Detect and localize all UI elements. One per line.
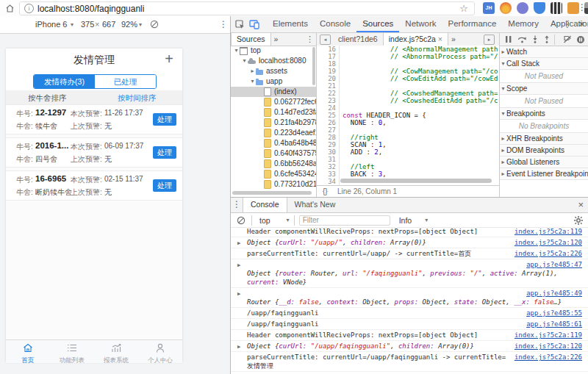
film-extension-icon[interactable] [551, 2, 562, 14]
section-call-stack[interactable]: ▾Call Stack [500, 58, 588, 70]
source-link[interactable]: index.js?5c2a:119 [507, 331, 582, 339]
section-watch[interactable]: ▸Watch [500, 46, 588, 58]
tab-sources[interactable]: Sources [356, 16, 399, 32]
process-button[interactable]: 处理 [153, 179, 176, 192]
source-link[interactable]: app.js?e485:47 [526, 261, 582, 268]
home-icon[interactable] [5, 3, 15, 16]
tab-memory[interactable]: Memory [502, 16, 545, 32]
code-line-28[interactable]: 28 //right [317, 134, 499, 141]
section-dom-breakpoints[interactable]: ▸DOM Breakpoints [500, 145, 588, 157]
source-link[interactable]: app.js?e485:61 [519, 320, 582, 328]
source-link[interactable]: index.js?5c2a:226 [507, 353, 582, 362]
source-link[interactable]: index.js?5c2a:119 [507, 227, 582, 236]
editor-tab-indexjs[interactable]: index.js?5c2a × [383, 33, 448, 46]
deactivate-breakpoints-icon[interactable] [563, 35, 572, 43]
inspect-element-icon[interactable] [235, 18, 245, 30]
tree-item-(index)[interactable]: (index) [231, 87, 316, 97]
globe-extension-icon[interactable] [517, 2, 528, 14]
code-line-29[interactable]: 29 SCAN : 1, [317, 141, 499, 148]
clear-console-icon[interactable] [235, 215, 247, 226]
process-button[interactable]: 处理 [153, 113, 176, 126]
tree-item-0.6bb56248a169[interactable]: 0.6bb56248a169 [231, 159, 316, 169]
code-line-33[interactable]: 33 BACK : 3, [317, 170, 499, 178]
console-settings-gear-icon[interactable] [574, 216, 583, 226]
tree-item-localhost:8080[interactable]: ▾localhost:8080 [231, 56, 316, 66]
pause-icon[interactable] [504, 35, 513, 43]
navigator-menu-icon[interactable]: ⋮ [306, 35, 314, 44]
source-link[interactable]: app.js?e485:55 [519, 309, 582, 317]
tree-item-0.6cfe4534249fb[interactable]: 0.6cfe4534249fb [231, 169, 316, 179]
console-message[interactable]: app.js?e485:49▶Router {__d: false, conte… [231, 288, 588, 308]
code-line-20[interactable]: 20 // <CowEditAdd path="/cowEd [317, 75, 499, 82]
source-link[interactable]: index.js?5c2a:120 [507, 342, 582, 350]
code-line-19[interactable]: 19 // <CowManagement path="/co [317, 68, 499, 75]
code-line-23[interactable]: 23 // <CowshedEditAdd path="/c [317, 97, 499, 104]
editor-more-tabs-icon[interactable]: » [448, 33, 459, 46]
code-line-32[interactable]: 32 //left [317, 163, 499, 170]
sort-by-shed[interactable]: 按牛舍排序 [28, 90, 67, 106]
console-message[interactable]: index.js?5c2a:120▶Object {curUrl: "/uapp… [231, 237, 588, 248]
format-icon[interactable]: {} [323, 186, 328, 197]
code-line-24[interactable]: 24 [317, 104, 499, 112]
code-line-16[interactable]: 16 // <AbnormalManagement path [317, 46, 499, 53]
navigator-more-tabs-icon[interactable]: » [271, 33, 282, 46]
drawer-tab-whats-new[interactable]: What's New [287, 198, 343, 212]
section-scope[interactable]: ▾Scope [500, 83, 588, 95]
jh-extension-icon[interactable]: JH [483, 2, 495, 14]
tree-horizontal-scrollbar[interactable] [232, 191, 312, 195]
tree-item-top[interactable]: ▾top [231, 46, 316, 56]
console-message[interactable]: index.js?5c2a:226parseCurrentTitle: curr… [231, 248, 588, 259]
console-message[interactable]: app.js?e485:55/uapp/faqingguanli [231, 308, 588, 319]
tab-pending[interactable]: 发情待办(3) [34, 75, 95, 88]
tree-item-0.062772fec6e59[interactable]: 0.062772fec6e59 [231, 97, 316, 107]
console-message[interactable]: app.js?e485:61/uapp/faqingguanli [231, 319, 588, 330]
tree-item-assets[interactable]: ▸assets [231, 66, 316, 76]
tree-item-0.21fa4b29784cc[interactable]: 0.21fa4b29784cc [231, 118, 316, 128]
toggle-device-toolbar-icon[interactable] [249, 18, 259, 30]
context-selector[interactable]: top [259, 216, 270, 225]
source-link[interactable]: app.js?e485:49 [526, 290, 582, 297]
step-out-icon[interactable] [543, 35, 551, 43]
tab-console[interactable]: Console [314, 16, 356, 32]
navigator-tab-sources[interactable]: Sources [231, 33, 271, 46]
tree-item-0.640f437575560[interactable]: 0.640f437575560 [231, 148, 316, 159]
console-message[interactable]: index.js?5c2a:226parseCurrentTitle: curr… [231, 352, 588, 372]
code-area[interactable]: 16 // <AbnormalManagement path17 // <Abn… [317, 46, 499, 185]
device-toolbar-menu-icon[interactable]: ⋮ [219, 19, 228, 29]
step-into-icon[interactable] [531, 35, 539, 43]
process-button[interactable]: 处理 [153, 146, 176, 159]
section-breakpoints[interactable]: ▾Breakpoints [500, 108, 588, 120]
code-line-31[interactable]: 31 [317, 156, 499, 163]
toggle-navigator-icon[interactable]: ◂ [320, 35, 331, 45]
code-line-26[interactable]: 26 NONE : 0, [317, 119, 499, 126]
drawer-menu-icon[interactable]: ⋮ [231, 198, 243, 212]
source-link[interactable]: index.js?5c2a:226 [507, 249, 582, 258]
section-xhr-breakpoints[interactable]: ▸XHR Breakpoints [500, 133, 588, 145]
tree-vertical-scrollbar[interactable] [312, 47, 315, 85]
devtools-close-icon[interactable]: × [578, 18, 584, 29]
code-line-18[interactable]: 18 [317, 60, 499, 68]
console-message[interactable]: app.js?e485:47▶Object {router: Router, u… [231, 259, 588, 288]
filter-input[interactable]: Filter [299, 215, 390, 226]
tree-item-uapp[interactable]: ▾uapp [231, 76, 316, 87]
flame-extension-icon[interactable] [500, 2, 512, 14]
step-over-icon[interactable] [517, 35, 527, 43]
devtools-menu-icon[interactable]: ⋮ [563, 19, 572, 29]
log-level-selector[interactable]: Info [399, 216, 412, 225]
tree-item-0.4ba648b4898d[interactable]: 0.4ba648b4898d [231, 138, 316, 148]
page-info-icon[interactable]: i [24, 4, 34, 13]
pause-on-exceptions-icon[interactable] [576, 35, 585, 44]
code-line-25[interactable]: 25const HEADER_ICON = { [317, 112, 499, 119]
device-height[interactable]: 667 [102, 20, 115, 29]
tree-item-0.14d7ed23fae5c[interactable]: 0.14d7ed23fae5c [231, 107, 316, 118]
drawer-close-icon[interactable]: × [578, 199, 584, 210]
tree-item-0.223d4eaef1cfb[interactable]: 0.223d4eaef1cfb [231, 128, 316, 138]
console-message[interactable]: index.js?5c2a:119Header componentWillRec… [231, 330, 588, 341]
tab-performance[interactable]: Performance [442, 16, 503, 32]
close-tab-icon[interactable]: × [438, 35, 442, 43]
editor-horizontal-scrollbar[interactable] [340, 179, 492, 183]
address-bar[interactable]: i localhost:8080/faqingguanli ☆ [19, 1, 475, 15]
toggle-debugger-icon[interactable]: ▸ [484, 35, 495, 45]
sort-by-time[interactable]: 按时间排序 [118, 90, 157, 106]
console-messages[interactable]: index.js?5c2a:119Header componentWillRec… [231, 226, 588, 374]
